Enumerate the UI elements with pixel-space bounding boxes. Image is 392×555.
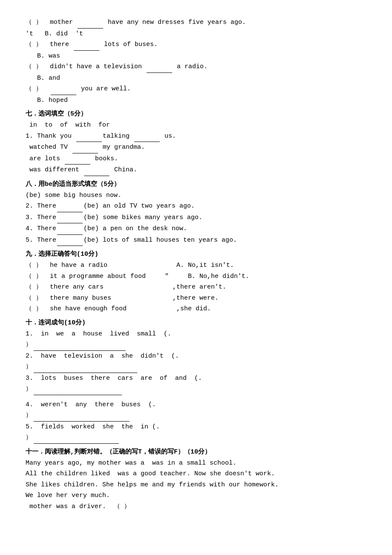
section9-line4: （ ） there many buses ,there were. [26,293,366,304]
section10: 十．连词成句(10分) 1. in we a house lived small… [26,317,366,444]
section10-line3b: ） [26,384,366,395]
section9: 九．选择正确答句(10分) （ ） he have a radio A. No,… [26,249,366,315]
section8-line4: 5. There (be) lots of small houses ten y… [26,235,366,246]
section8-line1: 2. There (be) an old TV two years ago. [26,201,366,212]
section9-line1: （ ） he have a radio A. No,it isn't. [26,260,366,271]
section7-line2: watched TV my grandma. [26,142,366,153]
section10-line3a: 3. lots buses there cars are of and (. [26,373,366,384]
section11-line2: All the children liked was a good teache… [26,468,366,480]
section6-line4: B. was [26,51,366,62]
section10-title: 十．连词成句(10分) [26,317,366,329]
section10-line5a: 5. fields worked she the in (. [26,422,366,433]
section6-line5: （ ） didn't have a television a radio. [26,61,366,73]
section11-title: 十一．阅读理解,判断对错。（正确的写T，错误的写F）（10分） [26,446,366,458]
section8: 八．用be的适当形式填空（5分） (be) some big houses no… [26,179,366,246]
section11-line3: She likes children. She helps me and my … [26,480,366,491]
section11: 十一．阅读理解,判断对错。（正确的写T，错误的写F）（10分） Many yea… [26,446,366,512]
section7-line1: 1. Thank you talking us. [26,131,366,142]
section9-line2: （ ） it a programme about food " B. No,he… [26,271,366,282]
section7: 七．选词填空（5分） in to of with for 1. Thank yo… [26,108,366,176]
section6: （ ） mother have any new dresses five yea… [26,17,366,106]
section11-line5: mother was a driver. （ ） [26,501,366,512]
section10-line4a: 4. weren't any there buses (. [26,399,366,410]
section7-words: in to of with for [26,120,366,131]
section11-line4: We love her very much. [26,490,366,501]
section6-line3: （ ） there lots of buses. [26,39,366,51]
section6-line2: 't B. did 't [26,29,366,40]
section6-line7: （ ） you are well. [26,84,366,95]
section10-line4b: ） [26,410,366,422]
section8-line2: 3. There (be) some bikes many years ago. [26,212,366,224]
section9-title: 九．选择正确答句(10分) [26,249,366,260]
section9-line5: （ ） she have enough food ,she did. [26,304,366,315]
section11-line1: Many years ago, my mother was a was in a… [26,458,366,469]
section10-line1b: ） [26,339,366,351]
worksheet-container: （ ） mother have any new dresses five yea… [26,17,366,512]
section10-line2a: 2. have television a she didn't (. [26,351,366,362]
section10-line2b: ） [26,361,366,373]
section6-line8: B. hoped [26,95,366,106]
section9-line3: （ ） there any cars ,there aren't. [26,282,366,293]
section6-line1: （ ） mother have any new dresses five yea… [26,17,366,29]
section8-line3: 4. There (be) a pen on the desk now. [26,223,366,235]
section10-line1a: 1. in we a house lived small (. [26,329,366,340]
section8-line0: (be) some big houses now. [26,190,366,201]
section6-line6: B. and [26,73,366,84]
section7-title: 七．选词填空（5分） [26,108,366,120]
section8-title: 八．用be的适当形式填空（5分） [26,179,366,190]
section7-line3: are lots books. [26,153,366,165]
section7-line4: was different China. [26,165,366,176]
section10-line5b: ） [26,432,366,444]
